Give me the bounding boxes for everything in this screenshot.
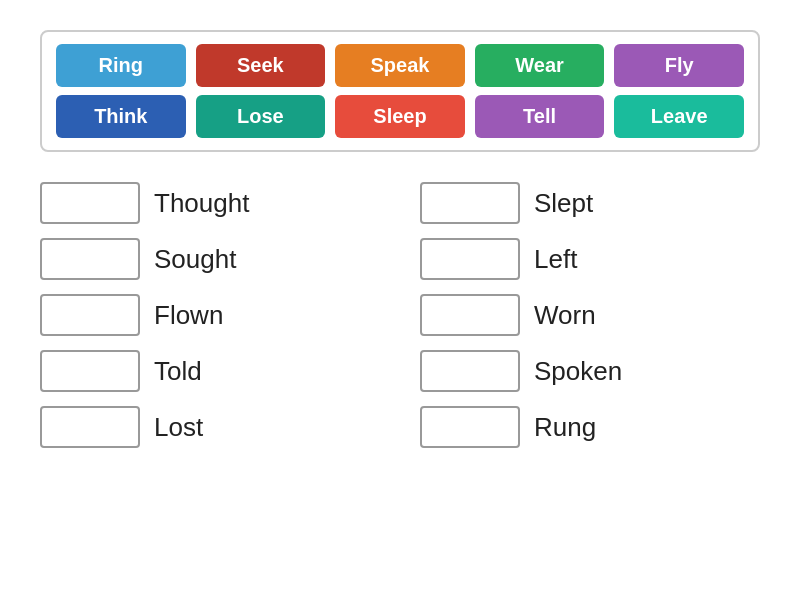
drop-box-sought[interactable]: [40, 238, 140, 280]
drop-box-thought[interactable]: [40, 182, 140, 224]
word-btn-fly[interactable]: Fly: [614, 44, 744, 87]
match-label-rung: Rung: [534, 412, 596, 443]
match-area: ThoughtSleptSoughtLeftFlownWornToldSpoke…: [40, 182, 760, 448]
drop-box-left[interactable]: [420, 238, 520, 280]
word-btn-tell[interactable]: Tell: [475, 95, 605, 138]
word-btn-speak[interactable]: Speak: [335, 44, 465, 87]
drop-box-worn[interactable]: [420, 294, 520, 336]
match-label-spoken: Spoken: [534, 356, 622, 387]
drop-box-spoken[interactable]: [420, 350, 520, 392]
word-btn-wear[interactable]: Wear: [475, 44, 605, 87]
match-label-lost: Lost: [154, 412, 203, 443]
match-item-left: Left: [420, 238, 760, 280]
drop-box-flown[interactable]: [40, 294, 140, 336]
word-btn-ring[interactable]: Ring: [56, 44, 186, 87]
match-item-told: Told: [40, 350, 380, 392]
word-bank-row-2: ThinkLoseSleepTellLeave: [56, 95, 744, 138]
word-bank: RingSeekSpeakWearFly ThinkLoseSleepTellL…: [40, 30, 760, 152]
match-label-flown: Flown: [154, 300, 223, 331]
word-btn-leave[interactable]: Leave: [614, 95, 744, 138]
drop-box-told[interactable]: [40, 350, 140, 392]
match-item-worn: Worn: [420, 294, 760, 336]
match-item-thought: Thought: [40, 182, 380, 224]
match-label-left: Left: [534, 244, 577, 275]
word-btn-sleep[interactable]: Sleep: [335, 95, 465, 138]
match-item-spoken: Spoken: [420, 350, 760, 392]
match-label-thought: Thought: [154, 188, 249, 219]
match-item-rung: Rung: [420, 406, 760, 448]
drop-box-lost[interactable]: [40, 406, 140, 448]
word-btn-think[interactable]: Think: [56, 95, 186, 138]
match-label-worn: Worn: [534, 300, 596, 331]
word-btn-lose[interactable]: Lose: [196, 95, 326, 138]
match-label-told: Told: [154, 356, 202, 387]
match-item-sought: Sought: [40, 238, 380, 280]
match-item-flown: Flown: [40, 294, 380, 336]
drop-box-slept[interactable]: [420, 182, 520, 224]
match-item-slept: Slept: [420, 182, 760, 224]
word-btn-seek[interactable]: Seek: [196, 44, 326, 87]
match-label-sought: Sought: [154, 244, 236, 275]
match-label-slept: Slept: [534, 188, 593, 219]
match-item-lost: Lost: [40, 406, 380, 448]
drop-box-rung[interactable]: [420, 406, 520, 448]
word-bank-row-1: RingSeekSpeakWearFly: [56, 44, 744, 87]
